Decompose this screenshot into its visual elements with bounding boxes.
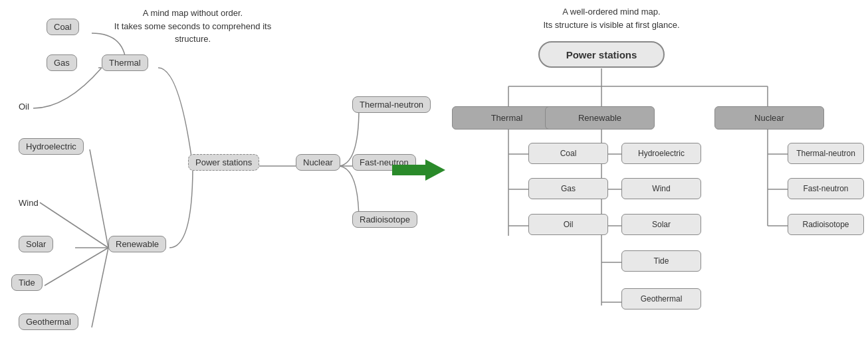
left-node-solar: Solar (19, 236, 53, 252)
right-node-wind: Wind (621, 178, 701, 199)
arrow-container (392, 158, 445, 184)
left-node-renewable: Renewable (108, 236, 166, 252)
right-node-geothermal: Geothermal (621, 288, 701, 309)
left-node-radioisotope: Radioisotope (352, 211, 417, 228)
left-node-wind: Wind (19, 198, 39, 208)
left-node-gas: Gas (47, 54, 77, 71)
left-node-coal: Coal (47, 19, 79, 35)
green-arrow (392, 158, 445, 182)
right-node-thermal-neutron: Thermal-neutron (788, 143, 864, 164)
left-node-oil: Oil (19, 102, 29, 112)
left-node-tide: Tide (11, 274, 43, 291)
right-caption-line2: Its structure is visible at first glance… (543, 20, 679, 30)
right-node-solar: Solar (621, 214, 701, 235)
right-node-coal: Coal (528, 143, 608, 164)
left-mindmap: A mind map without order. It takes some … (0, 0, 432, 352)
left-node-power-stations: Power stations (188, 154, 259, 171)
right-node-hydroelectric: Hydroelectric (621, 143, 701, 164)
right-node-root: Power stations (538, 41, 665, 68)
right-caption: A well-ordered mind map. Its structure i… (452, 5, 771, 31)
right-node-radioisotope: Radioisotope (788, 214, 864, 235)
left-node-thermal-neutron: Thermal-neutron (352, 96, 431, 113)
right-node-fast-neutron: Fast-neutron (788, 178, 864, 199)
left-node-geothermal: Geothermal (19, 313, 78, 330)
left-node-nuclear: Nuclear (296, 154, 340, 171)
right-node-renewable: Renewable (545, 106, 655, 130)
left-node-thermal: Thermal (102, 54, 148, 71)
right-node-gas: Gas (528, 178, 608, 199)
right-node-nuclear: Nuclear (714, 106, 824, 130)
right-node-oil: Oil (528, 214, 608, 235)
left-caption: A mind map without order. It takes some … (100, 7, 286, 46)
left-caption-line1: A mind map without order. (143, 8, 243, 18)
right-caption-line1: A well-ordered mind map. (562, 7, 660, 17)
left-caption-line2: It takes some seconds to comprehend its … (114, 21, 271, 44)
svg-marker-0 (392, 159, 445, 181)
right-node-tide: Tide (621, 250, 701, 272)
main-container: A mind map without order. It takes some … (0, 0, 868, 352)
right-mindmap: A well-ordered mind map. Its structure i… (432, 0, 868, 352)
left-node-hydroelectric: Hydroelectric (19, 138, 84, 155)
